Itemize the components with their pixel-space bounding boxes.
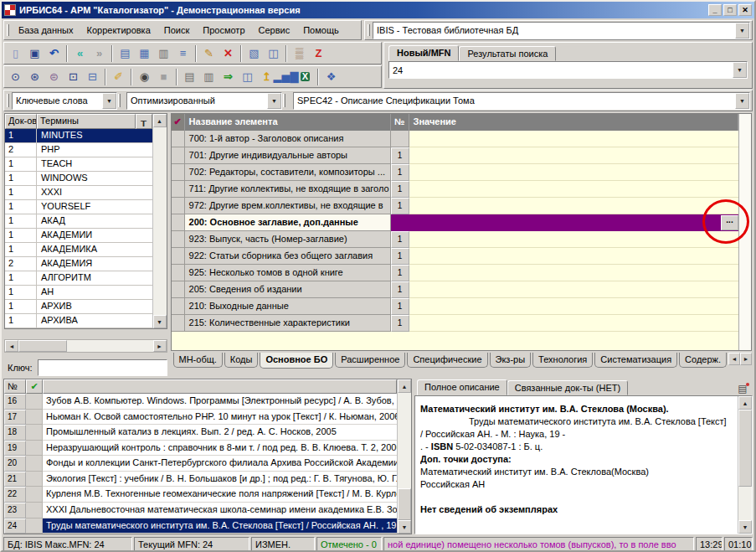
search-tree-button[interactable]: ⊟ <box>83 68 102 86</box>
key-input[interactable] <box>38 359 167 376</box>
maximize-button[interactable]: □ <box>723 4 737 16</box>
field-value[interactable] <box>409 131 738 147</box>
search-repeat-button[interactable]: ⊛ <box>25 68 44 86</box>
field-value[interactable] <box>409 248 738 265</box>
field-row-702[interactable]: 702: Редакторы, составители, композиторы… <box>172 164 738 181</box>
view-button[interactable]: ◉ <box>135 68 154 86</box>
scrollbar-thumb[interactable] <box>18 340 67 352</box>
term-row[interactable]: 1АКАДЕМИИ <box>5 229 152 243</box>
tab-ekz-ry[interactable]: Экз-ры <box>490 353 532 368</box>
dropdown-arrow-icon[interactable]: ▼ <box>735 23 749 39</box>
field-value[interactable] <box>409 281 738 298</box>
field-value[interactable] <box>409 164 738 181</box>
column-header-number[interactable]: № <box>391 114 409 131</box>
record-row-20[interactable]: 20Фонды и коллекции Санкт-Петербургского… <box>4 456 397 472</box>
menu-item-view[interactable]: Просмотр <box>196 23 251 38</box>
record-check-cell[interactable] <box>26 425 43 441</box>
scroll-left-button[interactable]: ◄ <box>5 340 18 352</box>
mfn-combobox[interactable]: 24 ▼ <box>388 61 748 79</box>
folder-button[interactable]: ■ <box>154 68 173 86</box>
record-row-24[interactable]: 24Труды математического института им. В.… <box>4 518 397 534</box>
tab-rasshirennoe[interactable]: Расширенное <box>335 353 405 368</box>
field-row-922[interactable]: 922: Статьи сборника без общего заглавия… <box>172 248 738 265</box>
menu-item-correction[interactable]: Корректировка <box>80 23 157 38</box>
scroll-up-button[interactable]: ▲ <box>398 379 411 393</box>
field-value[interactable] <box>409 265 738 281</box>
record-row-21[interactable]: 21Экология [Текст] : учебник / В. Н. Бол… <box>4 472 397 488</box>
tab-soderzh[interactable]: Содерж. <box>679 353 727 368</box>
term-row[interactable]: 1АКАДЕМИКА <box>5 243 152 257</box>
settings-tools-button[interactable]: ❖ <box>321 68 341 86</box>
field-row-selector[interactable] <box>172 281 185 298</box>
field-occurrence-count[interactable]: 1 <box>391 248 409 265</box>
field-row-923[interactable]: 923: Выпуск, часть (Номер-заглавие)1 <box>172 231 738 248</box>
term-row[interactable]: 2PHP <box>5 143 152 157</box>
menu-item-service[interactable]: Сервис <box>252 23 297 38</box>
database-combobox[interactable]: IBIS - Тестовая библиотечная БД ▼ <box>373 22 750 39</box>
delete-record-button[interactable]: ✕ <box>219 44 238 63</box>
field-row-701[interactable]: 701: Другие индивидуальные авторы1 <box>172 147 738 164</box>
terms-scrollbar[interactable]: ▲ ▼ <box>152 114 167 328</box>
fields-scrollbar-track[interactable] <box>738 114 751 350</box>
term-row[interactable]: 1АРХИВА <box>5 314 152 328</box>
term-row[interactable]: 1АКАД <box>5 214 152 229</box>
field-occurrence-count[interactable]: 1 <box>391 198 409 214</box>
z3950-button[interactable]: Z <box>309 44 328 63</box>
tab-sistematizatsiya[interactable]: Систематизация <box>594 353 677 368</box>
search-edit-button[interactable]: ⊜ <box>44 68 64 86</box>
term-row[interactable]: 1АРХИВ <box>5 300 152 314</box>
edit-record-button[interactable]: ✎ <box>199 44 219 63</box>
scroll-down-button[interactable]: ▼ <box>398 520 411 534</box>
scroll-down-button[interactable]: ▼ <box>738 520 752 534</box>
mode-combobox[interactable]: Оптимизированный ▼ <box>126 92 282 110</box>
field-row-925[interactable]: 925: Несколько томов в одной книге1 <box>172 265 738 281</box>
terms-horizontal-scrollbar[interactable]: ◄ ► <box>4 339 167 353</box>
field-row-210[interactable]: 210: Выходные данные1 <box>172 298 738 315</box>
column-header-docs[interactable]: Док-ов <box>5 114 37 129</box>
scrollbar-thumb[interactable] <box>738 410 752 487</box>
term-row[interactable]: 1YOURSELF <box>5 200 152 214</box>
term-row[interactable]: 1TEACH <box>5 157 152 172</box>
print-button[interactable]: ▤ <box>180 68 199 86</box>
column-header-element[interactable]: Название элемента <box>185 114 391 131</box>
field-row-700[interactable]: 700: 1-й автор - Заголовок описания <box>172 131 738 147</box>
column-header-terms[interactable]: Термины <box>37 114 136 129</box>
term-row[interactable]: 1АЛГОРИТМ <box>5 271 152 286</box>
term-row[interactable]: 1XXXI <box>5 186 152 200</box>
record-row-22[interactable]: 22Курленя М.В. Техногенные геомеханическ… <box>4 487 397 503</box>
field-occurrence-count[interactable]: 1 <box>391 298 409 315</box>
field-row-215[interactable]: 215: Количественные характеристики1 <box>172 315 738 332</box>
field-row-selector[interactable] <box>172 198 185 214</box>
tab-osnovnoe-bo[interactable]: Основное БО <box>260 353 333 369</box>
record-row-23[interactable]: 23XXXI Дальневосточная математическая шк… <box>4 503 397 518</box>
records-scrollbar[interactable]: ▲ ▼ <box>397 379 411 534</box>
field-row-selector[interactable] <box>172 248 185 265</box>
tab-new-mfn[interactable]: Новый/MFN <box>388 45 459 61</box>
field-value[interactable]: ... <box>391 214 738 231</box>
field-occurrence-count[interactable]: 1 <box>391 315 409 332</box>
record-row-19[interactable]: 19Неразрушающий контроль : справочник в … <box>4 441 397 457</box>
record-row-18[interactable]: 18Промышленный катализ в лекциях. Вып. 2… <box>4 425 397 441</box>
term-row[interactable]: 1MINUTES <box>5 129 152 143</box>
search-window-button[interactable]: ⊡ <box>64 68 83 86</box>
excel-button[interactable]: X <box>296 68 315 86</box>
field-row-selector[interactable] <box>172 147 185 164</box>
term-row[interactable]: 2АКАДЕМИЯ <box>5 257 152 271</box>
check-icon[interactable]: ✔ <box>26 379 43 394</box>
new-from-worksheet-button[interactable]: ▤ <box>116 44 135 63</box>
record-check-cell[interactable] <box>26 503 43 518</box>
record-check-cell[interactable] <box>26 441 43 457</box>
tab-search-results[interactable]: Результаты поиска <box>459 46 556 61</box>
field-occurrence-count[interactable]: 1 <box>391 265 409 281</box>
field-row-selector[interactable] <box>172 265 185 281</box>
field-value[interactable] <box>409 181 738 198</box>
print-document-button[interactable]: ▥ <box>199 68 219 86</box>
dropdown-arrow-icon[interactable]: ▼ <box>102 93 116 109</box>
field-row-selector[interactable] <box>172 181 185 198</box>
minimize-button[interactable]: _ <box>708 4 722 16</box>
record-check-cell[interactable] <box>26 456 43 472</box>
field-row-711[interactable]: 711: Другие коллективы, не входящие в за… <box>172 181 738 198</box>
dropdown-arrow-icon[interactable]: ▼ <box>267 93 281 109</box>
field-value[interactable] <box>409 231 738 248</box>
undo-button[interactable]: ↶ <box>44 44 64 63</box>
